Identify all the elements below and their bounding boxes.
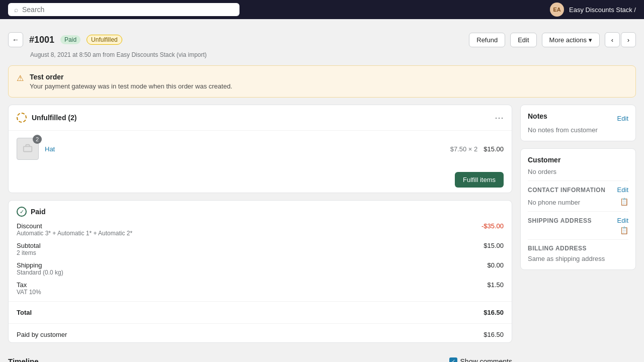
alert-banner: ⚠ Test order Your payment gateway was in… — [8, 65, 636, 98]
prev-order-button[interactable]: ‹ — [605, 32, 620, 47]
fulfill-row: Fulfill items — [9, 167, 512, 193]
discount-row: Discount Automatic 3* + Automatic 1* + A… — [9, 220, 512, 239]
tax-row: Tax VAT 10% $1.50 — [9, 279, 512, 298]
notes-title: Notes — [528, 112, 547, 120]
alert-title: Test order — [30, 73, 232, 81]
fulfill-items-button[interactable]: Fulfill items — [455, 172, 504, 188]
tax-desc: VAT 10% — [17, 289, 41, 296]
next-order-button[interactable]: › — [621, 32, 636, 47]
order-date: August 8, 2021 at 8:50 am from Easy Disc… — [30, 51, 636, 58]
search-bar[interactable]: ⌕ Search — [8, 3, 239, 16]
paid-by-label: Paid by customer — [17, 331, 67, 338]
contact-title: CONTACT INFORMATION — [528, 187, 605, 194]
main-content: Unfulfilled (2) ⋯ 2 — [8, 105, 636, 362]
nav-arrows: ‹ › — [605, 32, 636, 47]
show-comments-checkbox[interactable]: ✓ — [449, 357, 457, 363]
top-navigation: ⌕ Search EA Easy Discounts Stack / — [0, 0, 644, 19]
customer-card: Customer No orders CONTACT INFORMATION E… — [520, 148, 636, 270]
shipping-desc: Standard (0.0 kg) — [17, 269, 63, 276]
timeline-header: Timeline ✓ Show comments — [8, 350, 512, 362]
discount-desc: Automatic 3* + Automatic 1* + Automatic … — [17, 230, 132, 237]
product-total: $15.00 — [484, 145, 504, 153]
user-area: EA Easy Discounts Stack / — [550, 3, 636, 17]
edit-button[interactable]: Edit — [510, 33, 536, 47]
order-actions: Refund Edit More actions ▾ ‹ › — [469, 32, 636, 47]
payment-card: ✓ Paid Discount Automatic 3* + Automatic… — [8, 200, 512, 343]
product-name-link[interactable]: Hat — [45, 145, 55, 153]
tax-label: Tax — [17, 281, 41, 289]
product-info: Hat — [45, 145, 444, 153]
more-actions-button[interactable]: More actions ▾ — [542, 33, 600, 47]
shipping-value: $0.00 — [487, 261, 504, 276]
timeline-title: Timeline — [8, 357, 39, 362]
customer-title: Customer — [528, 156, 628, 164]
paid-by-value: $16.50 — [484, 331, 504, 338]
product-row: 2 Hat $7.50 × 2 $15.00 — [9, 131, 512, 167]
refund-button[interactable]: Refund — [469, 33, 505, 47]
quantity-badge: 2 — [33, 135, 42, 144]
subtotal-row: Subtotal 2 items $15.00 — [9, 239, 512, 259]
total-value: $16.50 — [484, 309, 504, 316]
contact-value: No phone number — [528, 199, 580, 206]
notes-edit-link[interactable]: Edit — [617, 115, 628, 122]
unfulfilled-title: Unfulfilled (2) — [32, 114, 76, 122]
paid-badge: Paid — [60, 35, 80, 44]
right-sidebar: Notes Edit No notes from customer Custom… — [520, 105, 636, 362]
show-comments-label: Show comments — [460, 357, 512, 363]
total-row: Total $16.50 — [9, 305, 512, 320]
user-name: Easy Discounts Stack / — [569, 6, 636, 14]
product-image-wrap: 2 — [17, 138, 39, 160]
search-input-placeholder[interactable]: Search — [22, 6, 44, 14]
notes-value: No notes from customer — [528, 126, 628, 134]
timeline-section: Timeline ✓ Show comments EA ☺ @ # — [8, 350, 512, 362]
paid-by-row: Paid by customer $16.50 — [9, 327, 512, 342]
subtotal-value: $15.00 — [484, 242, 504, 256]
order-number: #1001 — [29, 35, 54, 45]
copy-phone-icon[interactable]: 📋 — [620, 198, 628, 206]
alert-icon: ⚠ — [17, 73, 24, 83]
shipping-row: Shipping Standard (0.0 kg) $0.00 — [9, 259, 512, 279]
payment-title: Paid — [31, 208, 46, 216]
contact-edit-link[interactable]: Edit — [617, 186, 628, 194]
alert-description: Your payment gateway was in test mode wh… — [30, 82, 232, 90]
total-label: Total — [17, 309, 32, 316]
payment-header: ✓ Paid — [9, 201, 512, 220]
notes-header-row: Notes Edit — [528, 112, 628, 124]
subtotal-desc: 2 items — [17, 249, 41, 256]
unfulfilled-card: Unfulfilled (2) ⋯ 2 — [8, 105, 512, 193]
search-icon: ⌕ — [14, 6, 18, 14]
subtotal-label: Subtotal — [17, 242, 41, 249]
three-dots-menu[interactable]: ⋯ — [495, 112, 504, 123]
chevron-down-icon: ▾ — [589, 36, 592, 44]
order-header: ← #1001 Paid Unfulfilled Refund Edit Mor… — [8, 25, 636, 50]
paid-icon: ✓ — [17, 207, 27, 217]
billing-address-title: BILLING ADDRESS — [528, 245, 628, 252]
unfulfilled-icon — [17, 113, 27, 123]
back-button[interactable]: ← — [8, 32, 23, 47]
discount-value: -$35.00 — [481, 222, 504, 237]
billing-value: Same as shipping address — [528, 255, 628, 262]
tax-value: $1.50 — [487, 281, 504, 296]
shipping-edit-link[interactable]: Edit — [617, 217, 628, 224]
unfulfilled-header: Unfulfilled (2) ⋯ — [9, 105, 512, 131]
product-price: $7.50 × 2 — [450, 145, 478, 153]
show-comments-wrap: ✓ Show comments — [449, 357, 512, 363]
copy-shipping-icon[interactable]: 📋 — [620, 226, 628, 234]
customer-orders: No orders — [528, 168, 628, 175]
discount-label: Discount — [17, 222, 132, 230]
avatar: EA — [550, 3, 564, 17]
shipping-header-row: SHIPPING ADDRESS Edit — [528, 217, 628, 224]
shipping-address-title: SHIPPING ADDRESS — [528, 217, 592, 224]
unfulfilled-badge: Unfulfilled — [87, 35, 122, 45]
shipping-label: Shipping — [17, 261, 63, 269]
notes-card: Notes Edit No notes from customer — [520, 105, 636, 141]
left-column: Unfulfilled (2) ⋯ 2 — [8, 105, 512, 362]
contact-header-row: CONTACT INFORMATION Edit — [528, 186, 628, 194]
